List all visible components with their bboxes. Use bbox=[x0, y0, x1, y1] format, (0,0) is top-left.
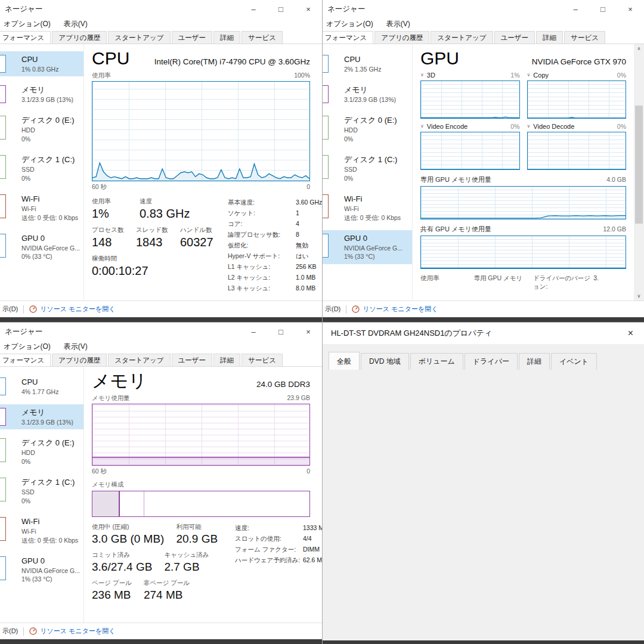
spec-row: 仮想化:無効 bbox=[228, 242, 322, 250]
tab-performance[interactable]: フォーマンス bbox=[0, 354, 51, 366]
fewer-details-button[interactable]: 示(D) bbox=[2, 627, 18, 636]
sidebar-item-disk-1[interactable]: ディスク 1 (C:)SSD0% bbox=[0, 474, 83, 508]
scrollbar-thumb[interactable] bbox=[635, 106, 643, 224]
minimize-button[interactable]: – bbox=[240, 0, 267, 18]
tab-performance[interactable]: フォーマンス bbox=[322, 31, 373, 44]
maximize-button[interactable]: □ bbox=[267, 0, 295, 18]
gpu-panel: GPU NVIDIA GeForce GTX 970 ∨3D1% ∨Copy0%… bbox=[413, 44, 644, 301]
menu-options[interactable]: オプション(O) bbox=[4, 342, 51, 352]
tab-startup[interactable]: スタートアップ bbox=[108, 31, 170, 44]
title-bar: ネージャー – □ × bbox=[0, 323, 322, 340]
tab-app-history[interactable]: アプリの履歴 bbox=[374, 31, 429, 44]
minimize-button[interactable]: – bbox=[240, 323, 267, 340]
dialog-close-button[interactable]: × bbox=[617, 323, 644, 344]
sidebar-item-disk-1[interactable]: ディスク 1 (C:)SSD0% bbox=[323, 151, 412, 185]
tab-dvd-region[interactable]: DVD 地域 bbox=[361, 353, 409, 370]
tab-details[interactable]: 詳細 bbox=[536, 31, 563, 44]
gpu-device-name: NVIDIA GeForce GTX 970 bbox=[532, 57, 626, 68]
mini-graph-icon bbox=[0, 155, 6, 179]
vertical-scrollbar[interactable]: ∧ ∨ bbox=[634, 44, 644, 301]
spec-label: コア: bbox=[228, 220, 296, 228]
close-button[interactable]: × bbox=[617, 0, 644, 18]
sidebar-item-memory[interactable]: メモリ3.1/23.9 GB (13%) bbox=[0, 82, 83, 107]
chart-y-label: 使用率 bbox=[92, 72, 111, 80]
fewer-details-button[interactable]: 示(D) bbox=[2, 305, 18, 314]
tab-services[interactable]: サービス bbox=[242, 354, 283, 366]
sidebar-item-gpu[interactable]: GPU 0NVIDIA GeForce G...0% (33 °C) bbox=[0, 230, 83, 264]
tab-services[interactable]: サービス bbox=[242, 31, 283, 44]
gpu-engine-3d: ∨3D1% bbox=[420, 72, 520, 119]
sidebar-item-cpu[interactable]: CPU1% 0.83 GHz bbox=[0, 51, 83, 76]
tab-performance[interactable]: フォーマンス bbox=[0, 31, 51, 44]
menu-options[interactable]: オプション(O) bbox=[4, 19, 51, 29]
spec-value: 1333 MHz bbox=[303, 524, 322, 532]
taskbar-strip bbox=[0, 639, 322, 644]
sidebar-item-title: ディスク 1 (C:) bbox=[21, 154, 81, 165]
mini-graph-icon bbox=[0, 85, 6, 103]
sidebar-item-detail: 4% 1.77 GHz bbox=[21, 388, 81, 397]
tab-services[interactable]: サービス bbox=[564, 31, 605, 44]
memory-spec-list: 速度:1333 MHzスロットの使用:4/4フォーム ファクター:DIMMハード… bbox=[235, 523, 322, 607]
menu-view[interactable]: 表示(V) bbox=[64, 342, 88, 352]
chevron-down-icon[interactable]: ∨ bbox=[420, 123, 424, 129]
tab-users[interactable]: ユーザー bbox=[494, 31, 535, 44]
sidebar-item-cpu[interactable]: CPU2% 1.35 GHz bbox=[323, 51, 412, 76]
sidebar-item-detail: 2% 1.35 GHz bbox=[344, 65, 410, 74]
menu-view[interactable]: 表示(V) bbox=[386, 19, 410, 29]
memory-usage-chart bbox=[92, 404, 310, 466]
memory-composition-segment bbox=[92, 491, 120, 516]
mini-graph-icon bbox=[0, 517, 6, 541]
tab-startup[interactable]: スタートアップ bbox=[108, 354, 170, 366]
sidebar-item-disk-1[interactable]: ディスク 1 (C:)SSD0% bbox=[0, 151, 83, 185]
chevron-down-icon[interactable]: ∨ bbox=[527, 72, 531, 78]
resource-monitor-icon bbox=[29, 627, 37, 635]
sidebar-item-memory[interactable]: メモリ3.1/23.9 GB (13%) bbox=[323, 82, 412, 107]
open-resource-monitor-link[interactable]: リソース モニターを開く bbox=[40, 305, 115, 314]
tab-details[interactable]: 詳細 bbox=[519, 353, 550, 370]
tab-details[interactable]: 詳細 bbox=[213, 31, 240, 44]
spec-row: 速度:1333 MHz bbox=[235, 524, 322, 532]
maximize-button[interactable]: □ bbox=[589, 0, 617, 18]
sidebar-item-disk-0[interactable]: ディスク 0 (E:)HDD0% bbox=[0, 435, 83, 469]
sidebar-item-disk-0[interactable]: ディスク 0 (E:)HDD0% bbox=[323, 112, 412, 146]
sidebar-item-disk-0[interactable]: ディスク 0 (E:)HDD0% bbox=[0, 112, 83, 146]
sidebar-item-wifi[interactable]: Wi-FiWi-Fi送信: 0 受信: 0 Kbps bbox=[0, 513, 83, 547]
tab-driver[interactable]: ドライバー bbox=[465, 353, 518, 370]
open-resource-monitor-link[interactable]: リソース モニターを開く bbox=[40, 627, 115, 636]
minimize-button[interactable]: – bbox=[562, 0, 589, 18]
sidebar-item-memory[interactable]: メモリ3.1/23.9 GB (13%) bbox=[0, 404, 83, 429]
maximize-button[interactable]: □ bbox=[267, 323, 295, 340]
gpu-engine-decode: ∨Video Decode0% bbox=[527, 123, 627, 170]
tab-startup[interactable]: スタートアップ bbox=[431, 31, 493, 44]
tab-general[interactable]: 全般 bbox=[329, 352, 360, 370]
chevron-down-icon[interactable]: ∨ bbox=[420, 72, 424, 78]
menu-view[interactable]: 表示(V) bbox=[64, 19, 88, 29]
spec-value: はい bbox=[296, 252, 309, 261]
tab-volumes[interactable]: ボリューム bbox=[410, 353, 463, 370]
sidebar-item-gpu[interactable]: GPU 0NVIDIA GeForce G...1% (33 °C) bbox=[323, 230, 412, 264]
tab-events[interactable]: イベント bbox=[551, 353, 597, 370]
menu-options[interactable]: オプション(O) bbox=[326, 19, 373, 29]
sidebar-item-gpu[interactable]: GPU 0NVIDIA GeForce G...1% (33 °C) bbox=[0, 553, 83, 587]
tab-details[interactable]: 詳細 bbox=[213, 354, 240, 366]
open-resource-monitor-link[interactable]: リソース モニターを開く bbox=[363, 305, 438, 314]
sidebar-item-title: Wi-Fi bbox=[21, 516, 81, 527]
tab-users[interactable]: ユーザー bbox=[172, 354, 213, 366]
sidebar-item-wifi[interactable]: Wi-FiWi-Fi送信: 0 受信: 0 Kbps bbox=[323, 191, 412, 225]
sidebar-item-cpu[interactable]: CPU4% 1.77 GHz bbox=[0, 374, 83, 399]
fewer-details-button[interactable]: 示(D) bbox=[325, 305, 340, 314]
performance-sidebar: CPU1% 0.83 GHzメモリ3.1/23.9 GB (13%)ディスク 0… bbox=[0, 44, 84, 301]
chevron-down-icon[interactable]: ∨ bbox=[527, 123, 531, 129]
close-button[interactable]: × bbox=[295, 323, 322, 340]
spec-row: L2 キャッシュ:1.0 MB bbox=[228, 274, 322, 282]
title-bar: ネージャー – □ × bbox=[0, 0, 322, 18]
tab-users[interactable]: ユーザー bbox=[172, 31, 213, 44]
tab-app-history[interactable]: アプリの履歴 bbox=[52, 31, 107, 44]
sidebar-item-wifi[interactable]: Wi-FiWi-Fi送信: 0 受信: 0 Kbps bbox=[0, 191, 83, 225]
scroll-up-arrow[interactable]: ∧ bbox=[637, 46, 641, 51]
sidebar-item-detail: 0% bbox=[344, 174, 410, 183]
menu-bar: オプション(O) 表示(V) bbox=[0, 18, 322, 30]
tab-app-history[interactable]: アプリの履歴 bbox=[52, 354, 107, 366]
close-button[interactable]: × bbox=[295, 0, 322, 18]
scroll-down-arrow[interactable]: ∨ bbox=[637, 293, 641, 299]
